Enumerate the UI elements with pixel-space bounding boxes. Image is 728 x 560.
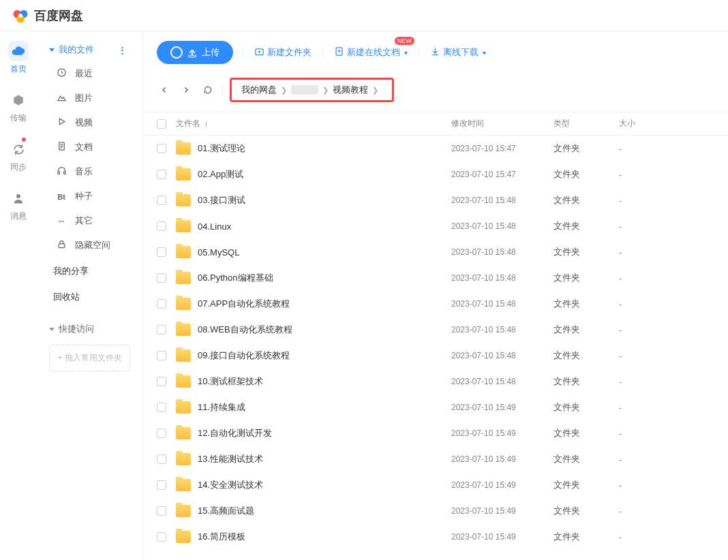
row-name-cell[interactable]: 05.MySQL [176,246,451,258]
nav-forward-button[interactable] [179,82,194,97]
offline-download-button[interactable]: 离线下载 ▾ [429,44,487,61]
table-row[interactable]: 05.MySQL2023-07-10 15:48文件夹- [143,239,728,265]
row-type: 文件夹 [553,531,619,543]
row-checkbox[interactable] [157,480,166,490]
sidebar-item-dots[interactable]: ···其它 [42,208,137,233]
col-name-header[interactable]: 文件名↑ [176,118,451,129]
table-row[interactable]: 11.持续集成2023-07-10 15:49文件夹- [143,394,728,420]
row-name-cell[interactable]: 01.测试理论 [176,142,451,155]
sidebar-item-Bt[interactable]: Bt种子 [42,184,137,208]
folder-icon [176,142,191,155]
rail-item-cube[interactable]: 传输 [8,90,29,124]
table-row[interactable]: 03.接口测试2023-07-10 15:48文件夹- [143,187,728,213]
table-row[interactable]: 06.Python编程基础2023-07-10 15:48文件夹- [143,265,728,291]
row-name-cell[interactable]: 07.APP自动化系统教程 [176,298,451,310]
row-checkbox[interactable] [157,144,166,153]
caret-down-icon: ▾ [404,49,408,57]
row-name-cell[interactable]: 16.简历模板 [176,531,451,543]
table-row[interactable]: 02.App测试2023-07-10 15:47文件夹- [143,161,728,187]
breadcrumb-mid-redacted[interactable] [291,85,318,95]
row-checkbox[interactable] [157,196,166,205]
row-checkbox[interactable] [157,325,166,335]
refresh-button[interactable] [200,82,215,97]
row-name-cell[interactable]: 02.App测试 [176,168,451,181]
row-name-cell[interactable]: 11.持续集成 [176,401,451,414]
table-row[interactable]: 14.安全测试技术2023-07-10 15:49文件夹- [143,472,728,498]
new-folder-button[interactable]: 新建文件夹 [253,44,313,61]
row-name-cell[interactable]: 08.WEB自动化系统教程 [176,324,451,336]
nav-back-button[interactable] [157,82,172,97]
sidebar-item-play[interactable]: 视频 [42,110,137,135]
rail-item-cloud[interactable]: 首页 [8,41,29,75]
row-name-label: 10.测试框架技术 [198,375,263,388]
row-size: - [619,532,714,542]
sidebar-item-mountain[interactable]: 图片 [42,86,137,110]
table-row[interactable]: 13.性能测试技术2023-07-10 15:49文件夹- [143,446,728,472]
upload-button[interactable]: 上传 [157,41,233,64]
sidebar-my-files[interactable]: 我的文件 ⋮ [42,40,137,60]
row-name-cell[interactable]: 13.性能测试技术 [176,453,451,465]
row-checkbox[interactable] [157,221,166,231]
row-checkbox[interactable] [157,170,166,179]
row-name-cell[interactable]: 12.自动化测试开发 [176,427,451,439]
row-checkbox[interactable] [157,247,166,257]
new-online-doc-button[interactable]: 新建在线文档 ▾ NEW [333,44,409,61]
col-time-header[interactable]: 修改时间 [451,118,553,129]
row-name-cell[interactable]: 15.高频面试题 [176,505,451,517]
row-size: - [619,247,714,258]
table-row[interactable]: 01.测试理论2023-07-10 15:47文件夹- [143,136,728,161]
more-menu-icon[interactable]: ⋮ [115,45,130,55]
table-row[interactable]: 10.测试框架技术2023-07-10 15:48文件夹- [143,369,728,394]
col-size-header[interactable]: 大小 [619,118,714,129]
row-name-cell[interactable]: 10.测试框架技术 [176,375,451,388]
sidebar-item-lock[interactable]: 隐藏空间 [42,233,137,258]
row-name-cell[interactable]: 04.Linux [176,220,451,232]
table-row[interactable]: 07.APP自动化系统教程2023-07-10 15:48文件夹- [143,291,728,317]
row-size: - [619,325,714,335]
cube-icon [8,90,29,110]
row-checkbox[interactable] [157,454,166,464]
row-checkbox[interactable] [157,377,166,386]
select-all-checkbox[interactable] [157,119,166,129]
toolbar: 上传 新建文件夹 新建在线文档 ▾ NEW [143,31,728,74]
folder-icon [176,220,191,232]
table-row[interactable]: 16.简历模板2023-07-10 15:49文件夹- [143,524,728,550]
row-time: 2023-07-10 15:49 [451,480,553,490]
sidebar-item-headphone[interactable]: 音乐 [42,159,137,184]
table-row[interactable]: 12.自动化测试开发2023-07-10 15:49文件夹- [143,420,728,446]
row-name-cell[interactable]: 03.接口测试 [176,194,451,206]
breadcrumb-root[interactable]: 我的网盘 [241,84,277,96]
row-checkbox[interactable] [157,403,166,412]
row-checkbox[interactable] [157,429,166,438]
row-checkbox[interactable] [157,351,166,360]
table-row[interactable]: 09.接口自动化系统教程2023-07-10 15:48文件夹- [143,343,728,369]
svg-point-3 [18,14,22,18]
row-checkbox[interactable] [157,299,166,309]
breadcrumb-current[interactable]: 视频教程 [333,84,368,96]
folder-icon [176,505,191,517]
col-type-header[interactable]: 类型 [553,118,619,129]
row-checkbox[interactable] [157,273,166,283]
table-row[interactable]: 08.WEB自动化系统教程2023-07-10 15:48文件夹- [143,317,728,343]
rail-item-user[interactable]: 消息 [8,188,29,222]
row-checkbox[interactable] [157,532,166,542]
folder-icon [176,324,191,336]
table-row[interactable]: 15.高频面试题2023-07-10 15:49文件夹- [143,498,728,524]
sidebar-item-clock[interactable]: 最近 [42,61,137,86]
sidebar-my-share[interactable]: 我的分享 [42,259,137,283]
rail-item-sync[interactable]: 同步 [8,139,29,173]
row-name-label: 07.APP自动化系统教程 [198,298,290,310]
table-row[interactable]: 04.Linux2023-07-10 15:48文件夹- [143,213,728,239]
row-name-cell[interactable]: 14.安全测试技术 [176,479,451,491]
row-size: - [619,299,714,309]
row-size: - [619,351,714,361]
row-name-cell[interactable]: 09.接口自动化系统教程 [176,349,451,362]
quick-drop-hint[interactable]: + 拖入常用文件夹 [49,345,130,371]
cloud-icon [8,41,29,61]
row-size: - [619,454,714,465]
sidebar-item-doc[interactable]: 文档 [42,135,137,159]
row-name-cell[interactable]: 06.Python编程基础 [176,272,451,284]
sidebar-quick-access[interactable]: 快捷访问 [42,319,137,339]
row-checkbox[interactable] [157,506,166,516]
sidebar-recycle[interactable]: 回收站 [42,285,137,309]
